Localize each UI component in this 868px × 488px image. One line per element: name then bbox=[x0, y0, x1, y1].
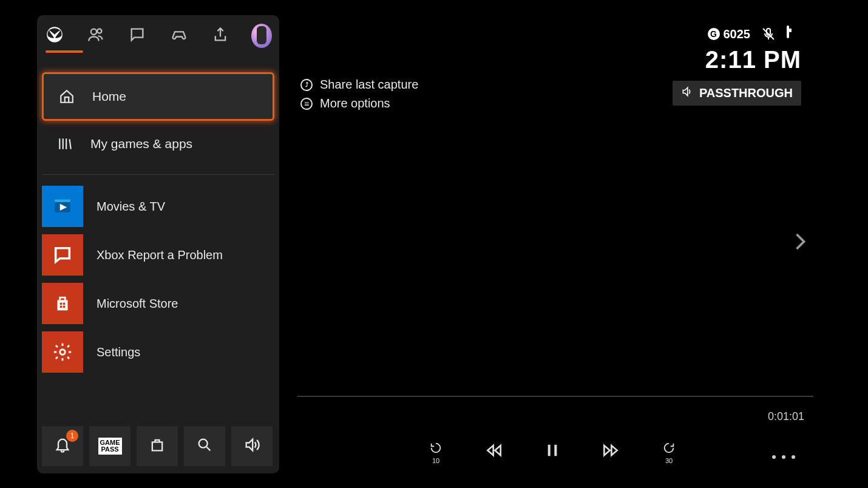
gamerscore-value: 6025 bbox=[724, 27, 751, 41]
gamerscore-icon: G bbox=[708, 28, 720, 40]
play-pause-button[interactable] bbox=[540, 439, 565, 464]
movies-tv-tile-icon bbox=[42, 186, 83, 227]
playback-timeline[interactable] bbox=[297, 396, 813, 397]
svg-rect-4 bbox=[55, 200, 70, 202]
app-settings[interactable]: Settings bbox=[42, 328, 274, 376]
skip-back-button[interactable]: 10 bbox=[424, 439, 448, 464]
app-movies-tv[interactable]: Movies & TV bbox=[42, 182, 274, 231]
library-icon bbox=[56, 135, 73, 152]
report-problem-tile-icon bbox=[42, 234, 83, 276]
svg-point-10 bbox=[199, 439, 208, 448]
nav-home-label: Home bbox=[92, 89, 126, 104]
playback-controls: 10 30 bbox=[297, 439, 807, 464]
context-options: ⤴ Share last capture More options bbox=[300, 78, 418, 110]
guide-tab-controller[interactable] bbox=[169, 24, 189, 48]
mic-muted-icon bbox=[761, 27, 776, 41]
controller-icon bbox=[171, 26, 188, 46]
skip-back-icon: 10 bbox=[429, 441, 442, 462]
guide-tab-xbox[interactable] bbox=[44, 24, 65, 48]
people-icon bbox=[87, 26, 104, 46]
profile-avatar[interactable] bbox=[251, 24, 272, 48]
svg-rect-8 bbox=[63, 306, 66, 308]
battery-icon bbox=[787, 27, 801, 41]
footer-search-button[interactable] bbox=[184, 426, 225, 466]
app-label: Movies & TV bbox=[97, 200, 165, 214]
duration-label: 0:01:01 bbox=[768, 410, 804, 423]
skip-forward-button[interactable]: 30 bbox=[657, 439, 681, 464]
skip-forward-icon: 30 bbox=[662, 441, 676, 462]
guide-footer: 1 GAME PASS bbox=[37, 420, 279, 473]
more-options-label: More options bbox=[320, 97, 390, 110]
guide-tab-chat[interactable] bbox=[127, 24, 147, 48]
chat-icon bbox=[129, 26, 146, 46]
share-capture-label: Share last capture bbox=[320, 78, 418, 92]
speaker-icon bbox=[681, 86, 693, 101]
footer-gamepass-button[interactable]: GAME PASS bbox=[89, 426, 131, 466]
shopping-bag-icon bbox=[149, 436, 166, 456]
svg-rect-5 bbox=[60, 303, 63, 305]
app-label: Settings bbox=[97, 345, 140, 359]
gamerscore-chip: G 6025 bbox=[708, 27, 751, 41]
app-microsoft-store[interactable]: Microsoft Store bbox=[42, 279, 274, 328]
audio-mode-label: PASSTHROUGH bbox=[699, 86, 793, 100]
svg-rect-6 bbox=[63, 303, 66, 305]
footer-audio-button[interactable] bbox=[231, 426, 273, 466]
footer-store-button[interactable] bbox=[137, 426, 178, 466]
speaker-icon bbox=[243, 436, 260, 456]
svg-point-2 bbox=[98, 29, 102, 33]
guide-tab-row bbox=[37, 15, 279, 48]
audio-mode-badge: PASSTHROUGH bbox=[673, 81, 801, 106]
guide-body: Home My games & apps Movies & TV Xbox Re… bbox=[37, 48, 279, 420]
app-label: Xbox Report a Problem bbox=[97, 248, 223, 262]
footer-notifications-button[interactable]: 1 bbox=[42, 426, 83, 466]
status-icons-row: G 6025 bbox=[708, 27, 802, 41]
share-icon bbox=[212, 26, 229, 46]
more-options-option[interactable]: More options bbox=[300, 97, 418, 110]
nav-games-label: My games & apps bbox=[90, 137, 192, 151]
notifications-badge: 1 bbox=[66, 430, 78, 442]
guide-divider bbox=[42, 174, 274, 175]
xbox-logo-icon bbox=[46, 26, 63, 46]
next-page-chevron[interactable] bbox=[788, 231, 810, 255]
rewind-button[interactable] bbox=[482, 439, 506, 464]
svg-point-9 bbox=[60, 350, 66, 355]
app-label: Microsoft Store bbox=[97, 297, 178, 311]
share-last-capture-option[interactable]: ⤴ Share last capture bbox=[300, 78, 418, 92]
chevron-right-icon bbox=[788, 244, 810, 254]
fast-forward-button[interactable] bbox=[598, 439, 623, 464]
home-icon bbox=[58, 88, 75, 105]
xbox-guide-panel: Home My games & apps Movies & TV Xbox Re… bbox=[37, 15, 279, 473]
search-icon bbox=[196, 436, 213, 456]
clock: 2:11 PM bbox=[705, 46, 801, 73]
nav-my-games-apps[interactable]: My games & apps bbox=[42, 121, 274, 167]
svg-rect-7 bbox=[60, 306, 63, 308]
fast-forward-icon bbox=[601, 441, 620, 463]
settings-tile-icon bbox=[42, 331, 83, 373]
gamepass-icon: GAME PASS bbox=[98, 438, 122, 455]
share-button-icon: ⤴ bbox=[300, 79, 313, 91]
app-report-problem[interactable]: Xbox Report a Problem bbox=[42, 231, 274, 279]
playback-more-button[interactable] bbox=[772, 455, 795, 459]
guide-tab-people[interactable] bbox=[86, 24, 106, 48]
nav-home[interactable]: Home bbox=[42, 72, 274, 121]
svg-point-1 bbox=[91, 29, 97, 35]
rewind-icon bbox=[484, 441, 504, 463]
status-bar: G 6025 2:11 PM PASSTHROUGH bbox=[673, 27, 801, 106]
menu-button-icon bbox=[300, 98, 313, 110]
guide-tab-share[interactable] bbox=[210, 24, 231, 48]
store-tile-icon bbox=[42, 283, 83, 324]
pause-icon bbox=[543, 441, 562, 463]
active-tab-indicator bbox=[46, 50, 83, 53]
